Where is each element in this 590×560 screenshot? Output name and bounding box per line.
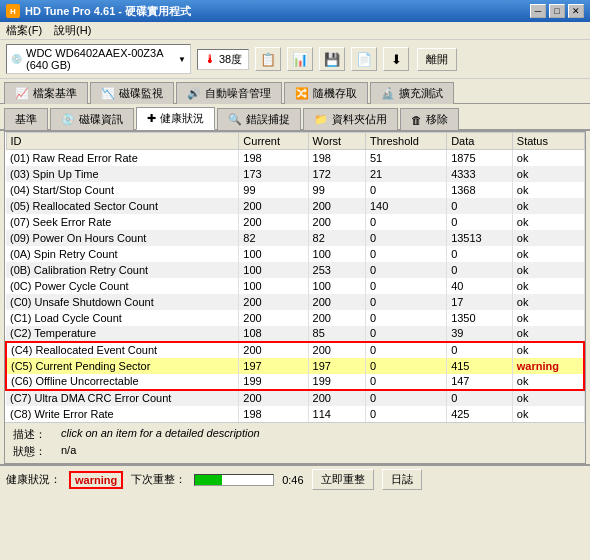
health-label: 健康狀況：: [6, 472, 61, 487]
tab-remove[interactable]: 🗑 移除: [400, 108, 459, 130]
table-row[interactable]: (03) Spin Up Time173172214333ok: [6, 166, 584, 182]
tab-disk-info[interactable]: 💿 磁碟資訊: [50, 108, 134, 130]
cell-status: ok: [512, 166, 584, 182]
progress-fill: [195, 475, 222, 485]
cell-data: 1350: [447, 310, 513, 326]
table-row[interactable]: (C1) Load Cycle Count20020001350ok: [6, 310, 584, 326]
drive-name: WDC WD6402AAEX-00Z3A (640 GB): [26, 47, 174, 71]
cell-id: (C5) Current Pending Sector: [6, 358, 239, 374]
menu-help[interactable]: 說明(H): [54, 23, 91, 38]
cell-threshold: 0: [365, 358, 446, 374]
table-row[interactable]: (0C) Power Cycle Count100100040ok: [6, 278, 584, 294]
cell-status: ok: [512, 262, 584, 278]
cell-current: 200: [239, 310, 308, 326]
cell-id: (0A) Spin Retry Count: [6, 246, 239, 262]
table-row[interactable]: (07) Seek Error Rate20020000ok: [6, 214, 584, 230]
smart-table: ID Current Worst Threshold Data Status (…: [5, 132, 585, 422]
cell-id: (C0) Unsafe Shutdown Count: [6, 294, 239, 310]
dropdown-arrow-icon[interactable]: ▼: [178, 55, 186, 64]
graph-button[interactable]: 📊: [287, 47, 313, 71]
cell-current: 82: [239, 230, 308, 246]
cell-data: 13513: [447, 230, 513, 246]
tab-random-access[interactable]: 🔀 隨機存取: [284, 82, 368, 104]
cell-current: 99: [239, 182, 308, 198]
cell-threshold: 0: [365, 390, 446, 406]
title-bar-left: H HD Tune Pro 4.61 - 硬碟實用程式: [6, 4, 191, 19]
next-check-label: 下次重整：: [131, 472, 186, 487]
title-controls[interactable]: ─ □ ✕: [530, 4, 584, 18]
cell-data: 147: [447, 374, 513, 390]
tab-file-benchmark[interactable]: 📈 檔案基準: [4, 82, 88, 104]
minimize-button[interactable]: ─: [530, 4, 546, 18]
tab-extra-test[interactable]: 🔬 擴充測試: [370, 82, 454, 104]
cell-id: (C4) Reallocated Event Count: [6, 342, 239, 358]
disconnect-button[interactable]: 離開: [417, 48, 457, 71]
table-row[interactable]: (C8) Write Error Rate1981140425ok: [6, 406, 584, 422]
table-row[interactable]: (C6) Offline Uncorrectable1991990147ok: [6, 374, 584, 390]
log-button[interactable]: 日誌: [382, 469, 422, 490]
save-button[interactable]: 💾: [319, 47, 345, 71]
table-row[interactable]: (0B) Calibration Retry Count10025300ok: [6, 262, 584, 278]
table-row[interactable]: (05) Reallocated Sector Count2002001400o…: [6, 198, 584, 214]
tab-folder-usage[interactable]: 📁 資料夾佔用: [303, 108, 398, 130]
col-id: ID: [6, 133, 239, 150]
cell-status: ok: [512, 246, 584, 262]
table-row[interactable]: (0A) Spin Retry Count10010000ok: [6, 246, 584, 262]
cell-worst: 99: [308, 182, 365, 198]
thermometer-icon: 🌡: [204, 52, 216, 66]
cell-data: 0: [447, 246, 513, 262]
cell-id: (C6) Offline Uncorrectable: [6, 374, 239, 390]
cell-threshold: 0: [365, 246, 446, 262]
cell-status: warning: [512, 358, 584, 374]
cell-status: ok: [512, 182, 584, 198]
desc-row-1: 描述： click on an item for a detailed desc…: [13, 427, 577, 442]
table-row[interactable]: (01) Raw Read Error Rate198198511875ok: [6, 150, 584, 166]
cell-id: (04) Start/Stop Count: [6, 182, 239, 198]
menu-file[interactable]: 檔案(F): [6, 23, 42, 38]
table-header: ID Current Worst Threshold Data Status: [6, 133, 584, 150]
cell-data: 0: [447, 262, 513, 278]
tab-error-debug[interactable]: 🔍 錯誤捕捉: [217, 108, 301, 130]
health-icon: ✚: [147, 112, 156, 125]
trash-icon: 🗑: [411, 114, 422, 126]
table-row[interactable]: (C0) Unsafe Shutdown Count200200017ok: [6, 294, 584, 310]
table-row[interactable]: (C2) Temperature10885039ok: [6, 326, 584, 342]
folder-icon: 📁: [314, 113, 328, 126]
cell-status: ok: [512, 390, 584, 406]
cell-id: (01) Raw Read Error Rate: [6, 150, 239, 166]
cell-current: 100: [239, 246, 308, 262]
monitor-icon: 📉: [101, 87, 115, 100]
col-threshold: Threshold: [365, 133, 446, 150]
status-value: n/a: [61, 444, 76, 459]
col-status: Status: [512, 133, 584, 150]
table-row[interactable]: (C5) Current Pending Sector1971970415war…: [6, 358, 584, 374]
info-button[interactable]: 📋: [255, 47, 281, 71]
table-row[interactable]: (04) Start/Stop Count999901368ok: [6, 182, 584, 198]
immediate-check-button[interactable]: 立即重整: [312, 469, 374, 490]
cell-data: 1368: [447, 182, 513, 198]
download-button[interactable]: ⬇: [383, 47, 409, 71]
drive-selector[interactable]: 💿 WDC WD6402AAEX-00Z3A (640 GB) ▼: [6, 44, 191, 74]
cell-threshold: 140: [365, 198, 446, 214]
table-row[interactable]: (09) Power On Hours Count8282013513ok: [6, 230, 584, 246]
tab-health[interactable]: ✚ 健康狀況: [136, 107, 215, 130]
table-row[interactable]: (C4) Reallocated Event Count20020000ok: [6, 342, 584, 358]
tab-benchmark[interactable]: 基準: [4, 108, 48, 130]
main-content: ID Current Worst Threshold Data Status (…: [4, 131, 586, 464]
table-row[interactable]: (C7) Ultra DMA CRC Error Count20020000ok: [6, 390, 584, 406]
cell-id: (C2) Temperature: [6, 326, 239, 342]
cell-threshold: 51: [365, 150, 446, 166]
tab-noise-mgmt[interactable]: 🔊 自動噪音管理: [176, 82, 282, 104]
maximize-button[interactable]: □: [549, 4, 565, 18]
smart-table-wrapper[interactable]: ID Current Worst Threshold Data Status (…: [5, 132, 585, 422]
cell-id: (03) Spin Up Time: [6, 166, 239, 182]
cell-status: ok: [512, 198, 584, 214]
cell-threshold: 0: [365, 310, 446, 326]
temperature-value: 38度: [219, 52, 242, 67]
tab-disk-monitor[interactable]: 📉 磁碟監視: [90, 82, 174, 104]
cell-id: (05) Reallocated Sector Count: [6, 198, 239, 214]
copy-button[interactable]: 📄: [351, 47, 377, 71]
cell-status: ok: [512, 326, 584, 342]
close-button[interactable]: ✕: [568, 4, 584, 18]
cell-id: (0C) Power Cycle Count: [6, 278, 239, 294]
